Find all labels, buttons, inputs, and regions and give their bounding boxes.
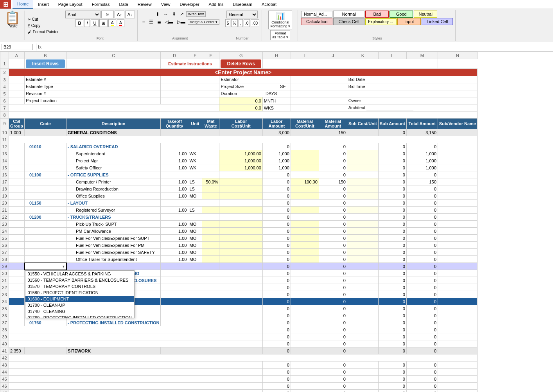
cell-l31[interactable]: 0	[378, 277, 406, 284]
cell-l41[interactable]: 0	[378, 347, 406, 354]
cell-g14[interactable]: 1,000.00	[219, 157, 262, 164]
cell-m47[interactable]: 0	[406, 390, 438, 392]
cell-l16[interactable]: 0	[378, 171, 406, 178]
cell-l18[interactable]: 0	[378, 185, 406, 192]
cell-m25[interactable]: 0	[406, 235, 438, 242]
cell-a13[interactable]	[9, 150, 25, 157]
cell-i18[interactable]	[291, 185, 319, 192]
cell-l36[interactable]: 0	[378, 312, 406, 319]
cell-m20[interactable]: 0	[406, 200, 438, 207]
col-header-d[interactable]: D	[161, 52, 188, 59]
cell-j47[interactable]: 0	[319, 390, 347, 392]
cell-k18[interactable]	[347, 185, 378, 192]
cell-m19[interactable]: 0	[406, 192, 438, 200]
cell-n33[interactable]	[438, 291, 477, 298]
cell-f20[interactable]	[202, 200, 219, 207]
cell-n37[interactable]	[438, 319, 477, 326]
cell-g15[interactable]: 1,000.00	[219, 164, 262, 171]
cell-d17[interactable]: 1.00	[161, 178, 188, 185]
cell-m26[interactable]: 0	[406, 242, 438, 249]
cell-k25[interactable]	[347, 235, 378, 242]
cell-j21[interactable]: 0	[319, 207, 347, 214]
cell-a12[interactable]	[9, 143, 25, 150]
tab-addins[interactable]: Add-Ins	[204, 0, 228, 9]
cell-j13[interactable]: 0	[319, 150, 347, 157]
cell-b28[interactable]	[25, 256, 66, 263]
bold-button[interactable]: B	[75, 19, 83, 27]
cell-k10[interactable]	[347, 129, 378, 136]
cell-j44[interactable]: 0	[319, 369, 347, 376]
tab-developer[interactable]: Developer	[175, 0, 204, 9]
cell-g7[interactable]: 0.0	[219, 104, 262, 111]
cell-n22[interactable]	[438, 214, 477, 221]
cell-e23[interactable]: MO	[188, 221, 202, 228]
formula-input[interactable]	[43, 44, 551, 50]
cell-n14[interactable]	[438, 157, 477, 164]
cell-m21[interactable]: 0	[406, 207, 438, 214]
cell-k26[interactable]	[347, 242, 378, 249]
cell-a32[interactable]	[9, 284, 25, 291]
cell-a38[interactable]	[9, 326, 263, 333]
cell-a20[interactable]	[9, 200, 25, 207]
cell-g22[interactable]	[219, 214, 262, 221]
cell-a29[interactable]	[9, 263, 25, 270]
cell-b1[interactable]: Insert Rows	[25, 59, 66, 69]
dropdown-item-7[interactable]: 01760 - PROTECTING INSTALLED CONSTRUCTIO…	[25, 315, 134, 318]
decrease-font-button[interactable]: A↓	[125, 11, 135, 18]
cell-g18[interactable]	[219, 185, 262, 192]
cell-n25[interactable]	[438, 235, 477, 242]
cell-d15[interactable]: 1.00	[161, 164, 188, 171]
comma-button[interactable]: ,	[239, 19, 243, 27]
cell-n16[interactable]	[438, 171, 477, 178]
cell-f19[interactable]	[202, 192, 219, 200]
cell-j19[interactable]: 0	[319, 192, 347, 200]
cell-h23[interactable]: 0	[262, 221, 291, 228]
dropdown-arrow-icon[interactable]: ▼	[62, 264, 65, 268]
cell-k19[interactable]	[347, 192, 378, 200]
cell-m34[interactable]: 0	[406, 298, 438, 305]
tab-page-layout[interactable]: Page Layout	[54, 0, 87, 9]
wrap-text-button[interactable]: Wrap Text	[186, 11, 206, 17]
cell-a17[interactable]	[9, 178, 25, 185]
cell-a24[interactable]	[9, 228, 25, 235]
cell-m18[interactable]: 0	[406, 185, 438, 192]
cell-b37[interactable]: 01760	[25, 319, 66, 326]
cell-j45[interactable]: 0	[319, 376, 347, 383]
normal-style[interactable]: Normal	[333, 11, 364, 18]
col-header-h[interactable]: H	[262, 52, 291, 59]
cell-g4[interactable]: Project Size - SF	[219, 83, 291, 90]
cell-k4[interactable]: Bid Time	[347, 83, 477, 90]
cell-k23[interactable]	[347, 221, 378, 228]
linked-cell-style[interactable]: Linked Cell	[422, 18, 453, 25]
cell-e18[interactable]: LS	[188, 185, 202, 192]
cell-g29[interactable]	[219, 263, 262, 270]
cell-c27[interactable]: Fuel For Vehicles/Expenses For SAFETY	[66, 249, 161, 256]
cell-m10[interactable]: 3,150	[406, 129, 438, 136]
cell-j43[interactable]: 0	[319, 361, 347, 369]
cell-j30[interactable]: 0	[319, 270, 347, 277]
cell-f10[interactable]	[202, 129, 219, 136]
cell-d29[interactable]	[161, 263, 188, 270]
cell-a21[interactable]	[9, 207, 25, 214]
cell-m13[interactable]: 1,000	[406, 150, 438, 157]
cell-h24[interactable]: 0	[262, 228, 291, 235]
increase-indent-button[interactable]: ▷▬	[176, 18, 187, 25]
cell-c18[interactable]: Drawing Reproduction	[66, 185, 161, 192]
col-header-f[interactable]: F	[202, 52, 219, 59]
cell-j10[interactable]: 150	[319, 129, 347, 136]
cell-h39[interactable]: 0	[262, 333, 291, 340]
project-title-cell[interactable]: <Enter Project Name>	[9, 69, 478, 76]
cell-l19[interactable]: 0	[378, 192, 406, 200]
cell-i15[interactable]	[291, 164, 319, 171]
cell-h41[interactable]: 0	[262, 347, 291, 354]
cell-c22[interactable]: - TRUCKS/TRAILERS	[66, 214, 161, 221]
cell-n24[interactable]	[438, 228, 477, 235]
cell-n15[interactable]	[438, 164, 477, 171]
cell-j22[interactable]: 0	[319, 214, 347, 221]
orientation-button[interactable]: ↗	[178, 11, 185, 18]
cell-a26[interactable]	[9, 242, 25, 249]
cell-n44[interactable]	[438, 369, 477, 376]
cell-n17[interactable]	[438, 178, 477, 185]
font-face-select[interactable]: Arial	[65, 11, 101, 18]
cell-h37[interactable]: 0	[262, 319, 291, 326]
